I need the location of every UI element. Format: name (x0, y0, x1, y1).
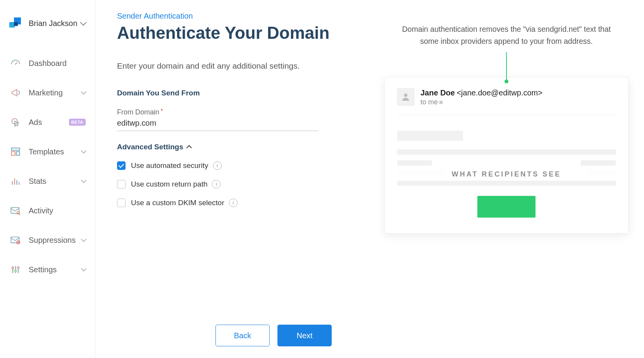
checkbox-custom-return-path[interactable] (117, 180, 126, 189)
overlay-label: WHAT RECIPIENTS SEE (397, 168, 616, 181)
beta-badge: BETA (69, 119, 86, 126)
from-domain-label: From Domain• (117, 107, 350, 116)
sidebar-item-ads[interactable]: Ads BETA (0, 107, 95, 137)
sidebar-item-label: Dashboard (29, 59, 86, 68)
svg-point-0 (15, 64, 16, 65)
from-domain-label-text: From Domain (117, 108, 159, 116)
sidebar-item-templates[interactable]: Templates (0, 137, 95, 166)
sidebar-item-activity[interactable]: Activity (0, 196, 95, 225)
option-custom-dkim: Use a custom DKIM selector i (117, 199, 350, 207)
chevron-down-icon (81, 237, 86, 242)
page-subtext: Enter your domain and edit any additiona… (117, 60, 350, 73)
gauge-icon (9, 57, 22, 69)
svg-rect-2 (12, 148, 20, 150)
chevron-down-icon (81, 178, 86, 183)
sidebar: Brian Jackson Dashboard Marketing (0, 0, 95, 358)
main-content: Sender Authentication Authenticate Your … (95, 0, 644, 358)
pointer-line (506, 52, 507, 81)
sidebar-item-label: Templates (29, 147, 82, 156)
required-indicator: • (161, 107, 163, 113)
svg-point-11 (17, 267, 19, 269)
account-switcher[interactable]: Brian Jackson (0, 17, 95, 41)
sidebar-item-label: Activity (29, 206, 86, 215)
layout-icon (9, 145, 22, 158)
email-header: Jane Doe <jane.doe@editwp.com> to me ▾ (397, 88, 616, 115)
back-button[interactable]: Back (215, 325, 270, 346)
option-label: Use custom return path (131, 180, 207, 189)
chevron-up-icon (186, 145, 192, 150)
option-custom-return-path: Use custom return path i (117, 180, 350, 189)
sidebar-item-dashboard[interactable]: Dashboard (0, 48, 95, 78)
sidebar-item-label: Marketing (29, 88, 82, 97)
sliders-icon (9, 263, 22, 276)
option-label: Use automated security (131, 161, 208, 170)
sidebar-item-label: Settings (29, 265, 82, 274)
info-icon[interactable]: i (213, 161, 222, 170)
checkbox-custom-dkim[interactable] (117, 199, 126, 207)
primary-nav: Dashboard Marketing Ads BETA (0, 41, 95, 284)
from-email: <jane.doe@editwp.com> (456, 88, 542, 97)
preview-cta-placeholder (477, 196, 536, 218)
advanced-settings-label: Advanced Settings (117, 143, 183, 151)
page-title: Authenticate Your Domain (117, 22, 350, 43)
chevron-down-icon (81, 266, 86, 272)
preview-column: Domain authentication removes the "via s… (350, 12, 629, 358)
avatar-icon (397, 88, 414, 105)
svg-rect-5 (11, 208, 19, 213)
from-domain-input[interactable] (117, 118, 319, 131)
svg-rect-3 (12, 152, 15, 155)
svg-point-10 (15, 270, 17, 272)
email-body-skeleton: WHAT RECIPIENTS SEE (397, 131, 616, 218)
megaphone-icon (9, 86, 22, 99)
wizard-buttons: Back Next (215, 325, 332, 346)
next-button[interactable]: Next (277, 325, 332, 346)
sidebar-item-label: Suppressions (29, 236, 82, 245)
dropdown-caret-icon[interactable]: ▾ (439, 101, 443, 104)
email-preview-card: Jane Doe <jane.doe@editwp.com> to me ▾ (384, 77, 629, 233)
chevron-down-icon (80, 19, 87, 26)
option-automated-security: Use automated security i (117, 161, 350, 170)
section-domain-title: Domain You Send From (117, 89, 350, 97)
option-label: Use a custom DKIM selector (131, 199, 224, 207)
bar-chart-icon (9, 175, 22, 187)
chevron-down-icon (81, 89, 86, 95)
breadcrumb[interactable]: Sender Authentication (117, 12, 193, 21)
sidebar-item-settings[interactable]: Settings (0, 255, 95, 284)
to-line: to me ▾ (420, 98, 542, 106)
chevron-down-icon (81, 148, 86, 154)
info-icon[interactable]: i (229, 199, 238, 207)
brand-logo (9, 17, 21, 29)
user-name: Brian Jackson (29, 19, 81, 28)
sidebar-item-marketing[interactable]: Marketing (0, 78, 95, 107)
svg-point-9 (12, 267, 14, 269)
cursor-click-icon (9, 116, 22, 128)
svg-point-12 (404, 94, 408, 97)
sidebar-item-label: Stats (29, 177, 82, 186)
to-label: to me (420, 98, 438, 106)
mail-search-icon (9, 204, 22, 217)
svg-rect-7 (11, 237, 19, 243)
advanced-settings-toggle[interactable]: Advanced Settings (117, 143, 350, 151)
svg-rect-4 (16, 152, 19, 155)
form-column: Sender Authentication Authenticate Your … (117, 12, 350, 358)
mail-blocked-icon (9, 234, 22, 246)
sidebar-item-suppressions[interactable]: Suppressions (0, 225, 95, 255)
preview-description: Domain authentication removes the "via s… (394, 23, 619, 47)
info-icon[interactable]: i (212, 180, 220, 189)
from-block: Jane Doe <jane.doe@editwp.com> to me ▾ (420, 88, 542, 106)
sidebar-item-label: Ads (29, 118, 66, 127)
checkbox-automated-security[interactable] (117, 161, 126, 170)
sidebar-item-stats[interactable]: Stats (0, 166, 95, 196)
from-name: Jane Doe (420, 88, 455, 97)
